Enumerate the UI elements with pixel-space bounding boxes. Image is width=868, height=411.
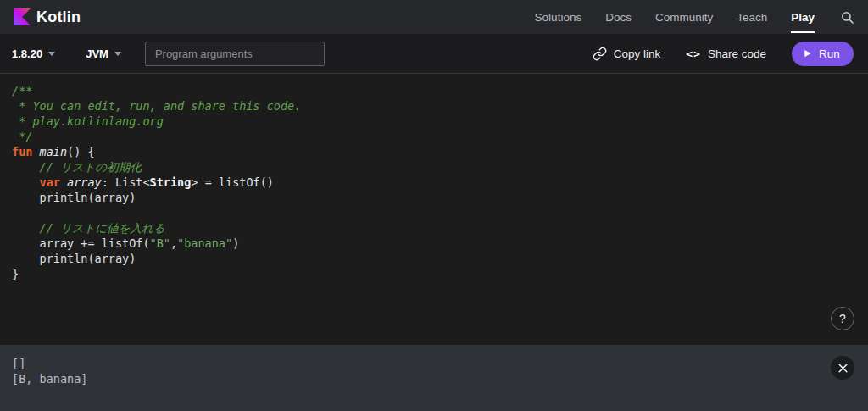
code-line: */: [12, 129, 856, 144]
nav-item-teach[interactable]: Teach: [737, 0, 767, 34]
platform-value: JVM: [86, 47, 108, 60]
nav-item-community[interactable]: Community: [655, 0, 713, 34]
code-line: array += listOf("B","banana"): [12, 236, 856, 251]
nav-item-docs[interactable]: Docs: [605, 0, 632, 34]
copy-link-label: Copy link: [614, 47, 661, 60]
code-line: var array: List<String> = listOf(): [12, 175, 856, 190]
nav-item-solutions[interactable]: Solutions: [535, 0, 582, 34]
console-output-line: []: [12, 356, 856, 371]
nav-item-play[interactable]: Play: [791, 0, 815, 34]
share-code-label: Share code: [708, 47, 766, 60]
platform-dropdown[interactable]: JVM: [86, 47, 121, 60]
search-icon: [840, 10, 854, 25]
code-line: }: [12, 266, 856, 281]
close-icon: [837, 363, 849, 374]
code-line: /**: [12, 83, 856, 98]
code-line: println(array): [12, 251, 856, 266]
help-button[interactable]: ?: [831, 307, 854, 330]
kotlin-version-value: 1.8.20: [12, 47, 42, 60]
close-console-button[interactable]: [831, 356, 854, 380]
code-brackets-icon: <>: [686, 47, 701, 60]
question-mark-icon: ?: [839, 312, 846, 325]
code-line: // リストに値を入れる: [12, 220, 856, 236]
main-nav: Solutions Docs Community Teach Play: [535, 0, 854, 34]
code-editor[interactable]: /** * You can edit, run, and share this …: [0, 74, 868, 345]
output-console: [] [B, banana]: [0, 345, 868, 411]
top-nav-bar: Kotlin Solutions Docs Community Teach Pl…: [0, 0, 868, 34]
code-line: // リストの初期化: [12, 159, 856, 175]
run-button[interactable]: Run: [792, 42, 854, 66]
code-line: [12, 205, 856, 220]
kotlin-version-dropdown[interactable]: 1.8.20: [12, 47, 55, 60]
play-icon: [803, 48, 812, 58]
link-icon: [593, 47, 607, 61]
logo-text: Kotlin: [36, 8, 81, 26]
kotlin-logo[interactable]: Kotlin: [14, 8, 81, 26]
console-output-line: [B, banana]: [12, 371, 856, 386]
toolbar-actions: Copy link <> Share code Run: [593, 42, 854, 66]
kotlin-k-icon: [14, 8, 31, 25]
code-line: fun main() {: [12, 144, 856, 159]
playground-toolbar: 1.8.20 JVM Copy link <> Share code Run: [0, 34, 868, 74]
code-area: /** * You can edit, run, and share this …: [12, 83, 856, 281]
search-button[interactable]: [840, 10, 854, 25]
share-code-button[interactable]: <> Share code: [686, 47, 766, 60]
code-line: * You can edit, run, and share this code…: [12, 98, 856, 114]
copy-link-button[interactable]: Copy link: [593, 47, 661, 61]
program-arguments-input[interactable]: [145, 42, 325, 66]
code-line: * play.kotlinlang.org: [12, 114, 856, 129]
code-line: println(array): [12, 190, 856, 205]
chevron-down-icon: [48, 52, 55, 56]
run-label: Run: [819, 47, 840, 60]
chevron-down-icon: [114, 52, 121, 56]
